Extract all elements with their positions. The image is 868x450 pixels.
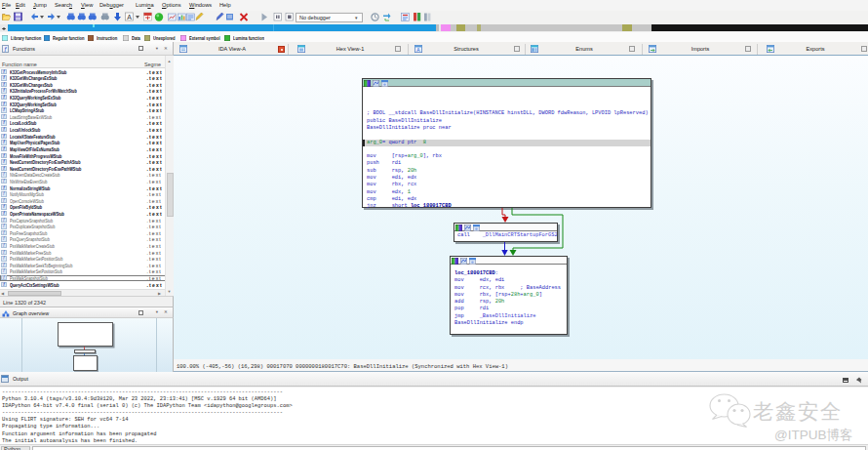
svg-text:@ITPUB博客: @ITPUB博客 bbox=[774, 428, 852, 442]
svg-text:A: A bbox=[127, 14, 132, 20]
svg-text:老鑫安全: 老鑫安全 bbox=[753, 400, 843, 424]
